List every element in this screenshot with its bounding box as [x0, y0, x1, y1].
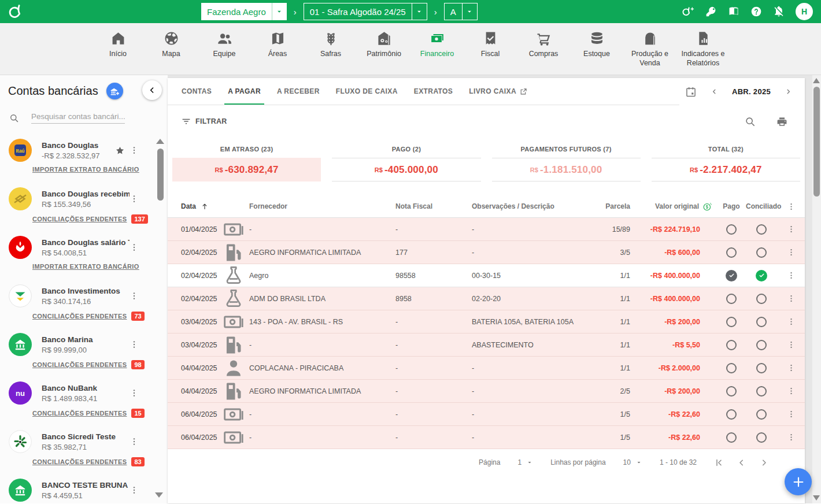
account-action-link[interactable]: CONCILIAÇÕES PENDENTES	[32, 361, 127, 368]
nav-item-financeiro[interactable]: Financeiro	[412, 31, 463, 59]
search-accounts-input[interactable]	[31, 112, 125, 124]
row-menu-button[interactable]	[787, 317, 796, 326]
bank-account-item[interactable]: Banco Douglas salário Ti... R$ 54.008,51…	[0, 231, 168, 280]
reconciled-checkbox[interactable]	[756, 294, 767, 304]
reconciled-checkbox[interactable]	[756, 317, 767, 327]
sort-by-date-header[interactable]: Data	[181, 202, 223, 210]
tab-extratos[interactable]: EXTRATOS	[406, 78, 461, 105]
reconciled-checkbox[interactable]	[756, 224, 767, 235]
nav-item-compras[interactable]: Compras	[518, 31, 569, 59]
tab-fluxo-de-caixa[interactable]: FLUXO DE CAIXA	[328, 78, 406, 105]
paid-checkbox[interactable]	[726, 270, 737, 281]
nav-item-fiscal[interactable]: Fiscal	[465, 31, 516, 59]
harvest-selector[interactable]: 01 - Safra Algodão 24/25	[304, 3, 427, 20]
nav-item-areas[interactable]: Áreas	[252, 31, 303, 59]
tab-contas[interactable]: CONTAS	[173, 78, 220, 105]
sidebar-scroll-down-arrow[interactable]	[155, 492, 163, 498]
help-icon[interactable]	[750, 6, 762, 17]
table-row[interactable]: 04/04/2025 COPLACANA - PIRACICABA - - 1/…	[168, 357, 805, 380]
paid-checkbox[interactable]	[726, 386, 737, 396]
nav-item-estoque[interactable]: Estoque	[571, 31, 622, 59]
first-page-button[interactable]	[714, 458, 724, 468]
bank-account-item[interactable]: nu Banco NuBank R$ 1.489.983,41 CONCILIA…	[0, 377, 168, 425]
add-payable-button[interactable]	[785, 468, 812, 495]
reconciled-checkbox[interactable]	[756, 247, 767, 258]
row-menu-button[interactable]	[787, 364, 796, 372]
bank-account-item[interactable]: Banco Investimentos R$ 340.174,16 CONCIL…	[0, 280, 168, 328]
account-action-link[interactable]: IMPORTAR EXTRATO BANCÁRIO	[32, 166, 139, 173]
key-icon[interactable]	[705, 6, 717, 17]
table-row[interactable]: 06/04/2025 - - - 1/5 -R$ 22,60	[168, 426, 805, 449]
next-month-button[interactable]	[785, 88, 792, 95]
reconciled-checkbox[interactable]	[756, 432, 767, 443]
tab-a-pagar[interactable]: A PAGAR	[220, 78, 269, 105]
filter-button[interactable]: FILTRAR	[181, 116, 227, 127]
paid-checkbox[interactable]	[726, 224, 737, 235]
account-menu-button[interactable]	[130, 388, 139, 398]
row-menu-button[interactable]	[787, 387, 796, 395]
paid-checkbox[interactable]	[726, 294, 737, 304]
previous-month-button[interactable]	[711, 88, 718, 95]
account-menu-button[interactable]	[130, 340, 139, 349]
reconciled-checkbox[interactable]	[756, 409, 767, 420]
invite-user-icon[interactable]	[681, 6, 694, 17]
page-select[interactable]: 1	[517, 458, 533, 466]
scroll-down-arrow[interactable]	[813, 495, 820, 501]
table-row[interactable]: 02/04/2025 AEGRO INFORMATICA LIMITADA 17…	[168, 241, 805, 264]
calendar-icon[interactable]	[685, 86, 697, 98]
account-menu-button[interactable]	[130, 146, 139, 155]
paid-checkbox[interactable]	[726, 409, 737, 420]
table-row[interactable]: 03/04/2025 - - ABASTECIMENTO 1/1 -R$ 5,5…	[168, 333, 805, 357]
row-menu-button[interactable]	[787, 248, 796, 257]
account-action-link[interactable]: CONCILIAÇÕES PENDENTES	[32, 410, 127, 417]
row-menu-button[interactable]	[787, 294, 796, 303]
book-icon[interactable]	[728, 6, 739, 17]
farm-selector[interactable]: Fazenda Aegro	[201, 3, 287, 20]
paid-checkbox[interactable]	[726, 363, 737, 373]
row-menu-button[interactable]	[787, 225, 796, 234]
sidebar-scrollbar-thumb[interactable]	[157, 149, 164, 201]
reconciled-checkbox[interactable]	[756, 386, 767, 396]
reconciled-checkbox[interactable]	[756, 270, 767, 281]
table-row[interactable]: 02/04/2025 Aegro 98558 00-30-15 1/1 -R$ …	[168, 264, 805, 287]
nav-item-indicadores-e-relatorios[interactable]: Indicadores e Relatórios	[678, 31, 728, 68]
row-menu-button[interactable]	[787, 271, 796, 280]
page-scrollbar[interactable]	[812, 75, 821, 503]
sidebar-scroll-up-arrow[interactable]	[156, 139, 164, 144]
add-bank-account-button[interactable]	[106, 83, 123, 99]
bank-account-item[interactable]: Itaú Banco Douglas -R$ 2.328.532,97 IMPO…	[0, 134, 168, 183]
account-action-link[interactable]: IMPORTAR EXTRATO BANCÁRIO	[32, 263, 139, 270]
print-icon[interactable]	[776, 116, 787, 127]
collapse-sidebar-button[interactable]	[142, 80, 162, 100]
rows-per-page-select[interactable]: 10	[623, 458, 642, 466]
paid-checkbox[interactable]	[726, 317, 737, 327]
row-menu-button[interactable]	[787, 433, 796, 442]
table-row[interactable]: 04/04/2025 AEGRO INFORMATICA LIMITADA - …	[168, 380, 805, 403]
table-row[interactable]: 02/04/2025 ADM DO BRASIL LTDA 8958 02-20…	[168, 287, 805, 310]
account-action-link[interactable]: CONCILIAÇÕES PENDENTES	[32, 216, 127, 223]
bank-account-item[interactable]: BANCO TESTE BRUNA R$ 4.459,51	[0, 474, 168, 503]
nav-item-safras[interactable]: Safras	[305, 31, 356, 59]
row-menu-button[interactable]	[787, 410, 796, 418]
paid-checkbox[interactable]	[726, 340, 737, 350]
paid-checkbox[interactable]	[726, 247, 737, 258]
search-table-icon[interactable]	[745, 116, 756, 127]
reconciled-checkbox[interactable]	[756, 363, 767, 373]
tab-livro-caixa[interactable]: LIVRO CAIXA	[461, 78, 535, 105]
paid-checkbox[interactable]	[726, 432, 737, 443]
account-menu-button[interactable]	[130, 291, 139, 301]
tab-a-receber[interactable]: A RECEBER	[269, 78, 328, 105]
bank-account-item[interactable]: Banco Douglas recebime... R$ 155.349,56 …	[0, 183, 168, 231]
reconciled-checkbox[interactable]	[756, 340, 767, 350]
nav-item-inicio[interactable]: Início	[93, 31, 143, 59]
scrollbar-thumb[interactable]	[813, 87, 820, 197]
next-page-button[interactable]	[759, 458, 769, 468]
avatar[interactable]: H	[796, 3, 813, 20]
scroll-up-arrow[interactable]	[813, 78, 820, 83]
nav-item-patrimonio[interactable]: Patrimônio	[358, 31, 409, 59]
account-action-link[interactable]: CONCILIAÇÕES PENDENTES	[32, 458, 127, 465]
row-menu-button[interactable]	[787, 340, 796, 349]
account-action-link[interactable]: CONCILIAÇÕES PENDENTES	[32, 313, 127, 320]
account-menu-button[interactable]	[130, 486, 139, 495]
nav-item-producao-e-venda[interactable]: Produção e Venda	[624, 31, 675, 68]
